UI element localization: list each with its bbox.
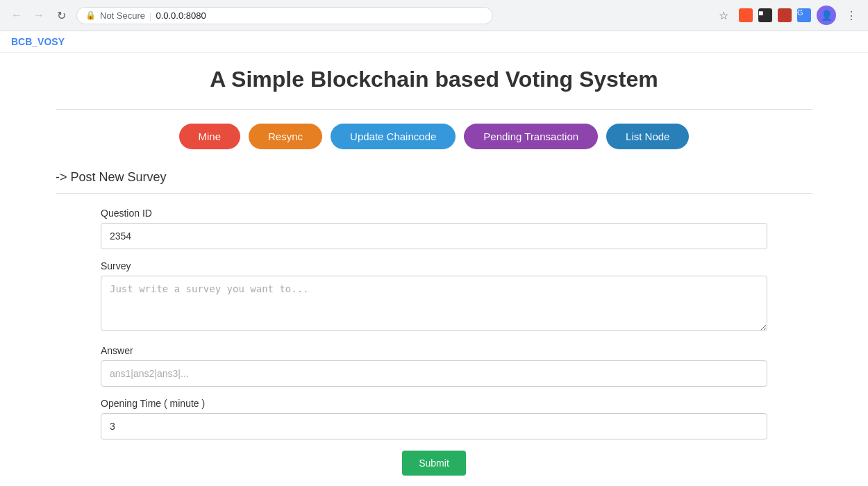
- opening-time-label: Opening Time ( minute ): [101, 398, 767, 409]
- update-chaincode-button[interactable]: Update Chaincode: [331, 124, 456, 149]
- page-title: A Simple Blockchain based Voting System: [56, 67, 812, 92]
- not-secure-label: Not Secure: [100, 10, 145, 21]
- red-extension-icon[interactable]: [778, 8, 792, 22]
- question-id-label: Question ID: [101, 208, 767, 219]
- back-button[interactable]: ←: [7, 6, 26, 25]
- nav-buttons: ← → ↻: [7, 6, 71, 25]
- answer-label: Answer: [101, 345, 767, 356]
- brave-extension-icon[interactable]: [739, 8, 753, 22]
- toolbar-right: ☆ ■ G 👤 ⋮: [714, 6, 861, 25]
- url-separator: |: [149, 10, 151, 21]
- url-text: 0.0.0.0:8080: [156, 10, 206, 21]
- page-content: BCB_VOSY A Simple Blockchain based Votin…: [0, 31, 868, 486]
- reload-button[interactable]: ↻: [51, 6, 71, 25]
- browser-toolbar: ← → ↻ 🔒 Not Secure | 0.0.0.0:8080 ☆ ■ G …: [0, 0, 868, 31]
- site-logo[interactable]: BCB_VOSY: [11, 36, 65, 47]
- list-node-button[interactable]: List Node: [606, 124, 689, 149]
- question-id-input[interactable]: [101, 223, 767, 249]
- survey-input[interactable]: [101, 276, 767, 331]
- submit-btn-wrapper: Submit: [101, 451, 767, 476]
- menu-icon[interactable]: ⋮: [842, 6, 861, 25]
- translate-extension-icon[interactable]: G: [797, 8, 811, 22]
- main-content: A Simple Blockchain based Voting System …: [0, 53, 868, 486]
- answer-input[interactable]: [101, 360, 767, 387]
- mine-button[interactable]: Mine: [179, 124, 241, 149]
- browser-chrome: ← → ↻ 🔒 Not Secure | 0.0.0.0:8080 ☆ ■ G …: [0, 0, 868, 31]
- address-bar[interactable]: 🔒 Not Secure | 0.0.0.0:8080: [76, 7, 493, 24]
- resync-button[interactable]: Resync: [249, 124, 322, 149]
- opening-time-group: Opening Time ( minute ): [101, 398, 767, 439]
- pending-transaction-button[interactable]: Pending Transaction: [464, 124, 598, 149]
- answer-group: Answer: [101, 345, 767, 387]
- nav-divider: [56, 109, 812, 110]
- nav-buttons-row: Mine Resync Update Chaincode Pending Tra…: [56, 124, 812, 149]
- lock-icon: 🔒: [85, 10, 96, 20]
- question-id-group: Question ID: [101, 208, 767, 249]
- post-survey-section: -> Post New Survey Question ID Survey An…: [56, 170, 812, 476]
- submit-button[interactable]: Submit: [402, 451, 466, 476]
- site-header: BCB_VOSY: [0, 31, 868, 53]
- profile-icon[interactable]: 👤: [817, 6, 836, 25]
- post-survey-title: -> Post New Survey: [56, 170, 812, 185]
- post-survey-divider: [56, 193, 812, 194]
- bookmark-icon[interactable]: ☆: [714, 6, 733, 25]
- survey-label: Survey: [101, 260, 767, 271]
- forward-button[interactable]: →: [29, 6, 49, 25]
- dark-extension-icon[interactable]: ■: [758, 8, 772, 22]
- survey-group: Survey: [101, 260, 767, 334]
- opening-time-input[interactable]: [101, 413, 767, 439]
